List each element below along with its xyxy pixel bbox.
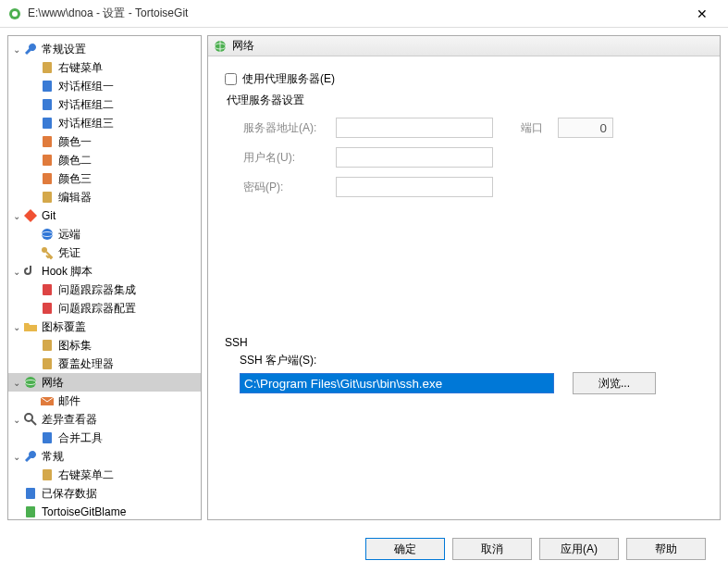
svg-rect-2 — [43, 62, 52, 73]
ssh-label: SSH — [225, 336, 703, 349]
tree-item-问题跟踪器配置[interactable]: 问题跟踪器配置 — [8, 299, 201, 318]
tree-item-Git[interactable]: ⌄ Git — [8, 206, 201, 225]
svg-rect-23 — [43, 469, 52, 480]
palette-icon — [40, 171, 55, 186]
tree-expander-icon[interactable]: ⌄ — [10, 211, 23, 221]
settings-tree[interactable]: ⌄ 常规设置 右键菜单 对话框组一 对话框组二 对话框组三 颜色一 颜色二 颜色… — [7, 35, 202, 520]
tree-label: 对话框组二 — [58, 97, 114, 113]
password-row: 密码(P): — [225, 177, 703, 197]
icons-icon — [40, 338, 55, 353]
git-icon — [23, 208, 38, 223]
tree-expander-icon[interactable]: ⌄ — [10, 415, 23, 425]
tree-label: Git — [42, 209, 56, 222]
svg-rect-6 — [43, 136, 52, 147]
tree-label: 图标集 — [58, 338, 92, 354]
dialog-buttons: 确定 取消 应用(A) 帮助 — [365, 538, 706, 560]
titlebar: E:\www\dnoa - 设置 - TortoiseGit ✕ — [0, 0, 728, 28]
tree-label: Hook 脚本 — [42, 264, 93, 280]
tree-item-Hook 脚本[interactable]: ⌄ Hook 脚本 — [8, 262, 201, 280]
tree-item-远端[interactable]: 远端 — [8, 225, 201, 243]
password-label: 密码(P): — [243, 180, 336, 195]
tree-label: 右键菜单二 — [58, 467, 114, 483]
ssh-section: SSH SSH 客户端(S): 浏览... — [225, 336, 703, 394]
tree-item-右键菜单[interactable]: 右键菜单 — [8, 58, 201, 77]
tree-item-图标覆盖[interactable]: ⌄ 图标覆盖 — [8, 318, 201, 336]
win-icon — [40, 97, 55, 112]
tree-expander-icon[interactable]: ⌄ — [10, 322, 23, 332]
tree-label: 远端 — [58, 227, 80, 243]
ok-button[interactable]: 确定 — [365, 538, 445, 560]
apply-button[interactable]: 应用(A) — [539, 538, 619, 560]
bug-icon — [40, 301, 55, 316]
svg-rect-13 — [43, 284, 52, 295]
tree-item-已保存数据[interactable]: 已保存数据 — [8, 484, 201, 503]
svg-point-20 — [25, 414, 32, 421]
svg-rect-5 — [43, 118, 52, 129]
browse-button[interactable]: 浏览... — [573, 372, 656, 394]
tree-expander-icon[interactable]: ⌄ — [10, 44, 23, 55]
svg-point-1 — [12, 11, 18, 17]
svg-rect-4 — [43, 99, 52, 110]
tree-item-图标集[interactable]: 图标集 — [8, 336, 201, 355]
password-input[interactable] — [336, 177, 493, 197]
tree-item-邮件[interactable]: 邮件 — [8, 392, 201, 410]
app-icon — [7, 6, 22, 21]
wrench-blue-icon — [23, 42, 38, 56]
tree-label: 邮件 — [58, 393, 80, 409]
content-body: 使用代理服务器(E) 代理服务器设置 服务器地址(A): 端口 用户名(U): … — [208, 56, 720, 409]
tree-item-对话框组二[interactable]: 对话框组二 — [8, 95, 201, 114]
doc-icon — [40, 60, 55, 75]
svg-rect-14 — [43, 303, 52, 314]
tree-item-对话框组三[interactable]: 对话框组三 — [8, 114, 201, 132]
tree-expander-icon[interactable]: ⌄ — [10, 267, 23, 277]
username-label: 用户名(U): — [243, 150, 336, 166]
svg-rect-24 — [26, 488, 35, 499]
ssh-row: 浏览... — [225, 372, 703, 394]
tree-item-问题跟踪器集成[interactable]: 问题跟踪器集成 — [8, 280, 201, 299]
use-proxy-label[interactable]: 使用代理服务器(E) — [242, 71, 335, 87]
tree-item-常规[interactable]: ⌄ 常规 — [8, 447, 201, 466]
merge-icon — [40, 430, 55, 445]
tree-label: 合并工具 — [58, 430, 103, 446]
username-row: 用户名(U): — [225, 147, 703, 168]
svg-point-17 — [25, 377, 36, 388]
ssh-client-label: SSH 客户端(S): — [225, 353, 703, 368]
tree-label: 覆盖处理器 — [58, 356, 114, 372]
use-proxy-checkbox[interactable] — [225, 73, 237, 85]
tree-label: 编辑器 — [58, 190, 92, 206]
tree-item-常规设置[interactable]: ⌄ 常规设置 — [8, 40, 201, 58]
tree-item-覆盖处理器[interactable]: 覆盖处理器 — [8, 355, 201, 373]
server-input[interactable] — [336, 118, 493, 138]
tree-label: 图标覆盖 — [42, 319, 86, 335]
tree-item-对话框组一[interactable]: 对话框组一 — [8, 77, 201, 95]
globe-icon — [214, 40, 227, 53]
port-input[interactable] — [558, 118, 613, 138]
key-icon — [40, 245, 55, 260]
close-button[interactable]: ✕ — [684, 0, 721, 28]
tree-item-凭证[interactable]: 凭证 — [8, 243, 201, 262]
tree-item-颜色一[interactable]: 颜色一 — [8, 132, 201, 151]
username-input[interactable] — [336, 147, 493, 168]
tree-item-TortoiseGitBlame[interactable]: TortoiseGitBlame — [8, 503, 201, 520]
tree-item-颜色三[interactable]: 颜色三 — [8, 169, 201, 188]
main-area: ⌄ 常规设置 右键菜单 对话框组一 对话框组二 对话框组三 颜色一 颜色二 颜色… — [0, 28, 728, 528]
ssh-client-input[interactable] — [240, 373, 554, 393]
tree-label: 网络 — [42, 375, 64, 391]
tree-item-颜色二[interactable]: 颜色二 — [8, 151, 201, 169]
cancel-button[interactable]: 取消 — [452, 538, 532, 560]
tree-expander-icon[interactable]: ⌄ — [10, 452, 23, 462]
win-icon — [40, 116, 55, 131]
help-button[interactable]: 帮助 — [626, 538, 706, 560]
tree-label: 凭证 — [58, 245, 80, 261]
doc-icon — [40, 467, 55, 482]
tree-item-差异查看器[interactable]: ⌄ 差异查看器 — [8, 410, 201, 429]
tree-item-合并工具[interactable]: 合并工具 — [8, 429, 201, 447]
tree-item-右键菜单二[interactable]: 右键菜单二 — [8, 466, 201, 484]
content-title: 网络 — [232, 38, 254, 54]
tree-item-网络[interactable]: ⌄ 网络 — [8, 373, 201, 392]
svg-rect-16 — [43, 358, 52, 369]
tree-item-编辑器[interactable]: 编辑器 — [8, 188, 201, 206]
tree-expander-icon[interactable]: ⌄ — [10, 378, 23, 388]
tree-label: 问题跟踪器集成 — [58, 282, 136, 298]
tree-label: 差异查看器 — [42, 412, 97, 428]
